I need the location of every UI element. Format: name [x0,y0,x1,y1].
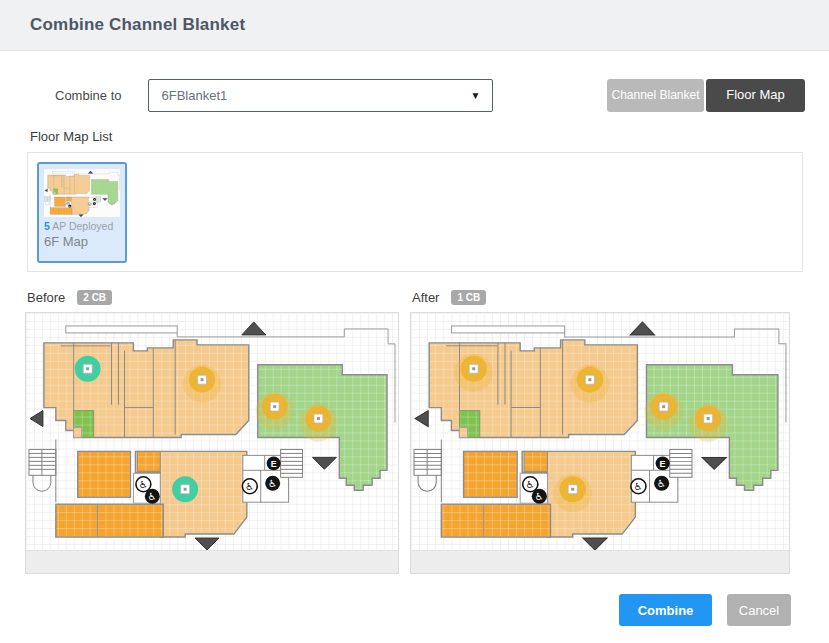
after-caption-row: After 1 CB [412,289,790,306]
after-floor-map [411,313,789,550]
ap-count: 5 [44,220,50,232]
ap-marker [75,356,101,382]
dialog-header: Combine Channel Blanket [0,0,829,51]
before-label: Before [27,290,65,305]
ap-marker [300,404,338,442]
floor-map-card-6f[interactable]: 5 AP Deployed 6F Map [37,162,127,263]
dropdown-selected-value: 6FBlanket1 [161,88,227,103]
after-cb-badge: 1 CB [451,290,486,305]
ap-marker [644,392,682,430]
before-map-scroll-track [26,550,398,573]
before-floor-map [26,313,398,550]
ap-marker [454,354,492,392]
ap-marker [554,474,592,512]
floor-map-list-panel: 5 AP Deployed 6F Map [27,152,803,272]
after-map-viewport [410,312,790,574]
floor-map-name: 6F Map [44,234,120,249]
before-map-viewport [25,312,399,574]
before-column: Before 2 CB [25,289,399,574]
after-map-scroll-track [411,550,789,573]
after-column: After 1 CB [410,289,790,574]
tab-floor-map[interactable]: Floor Map [706,79,805,112]
page-title: Combine Channel Blanket [30,15,245,35]
combine-button[interactable]: Combine [619,594,712,626]
after-label: After [412,290,439,305]
ap-marker [571,365,609,403]
combine-to-label: Combine to [55,88,121,103]
chevron-down-icon: ▼ [471,90,481,101]
dialog-actions: Combine Cancel [0,594,791,626]
ap-marker [172,476,198,502]
floor-map-list-label: Floor Map List [30,129,829,144]
before-caption-row: Before 2 CB [27,289,399,306]
cancel-button[interactable]: Cancel [727,594,791,626]
combine-to-row: Combine to 6FBlanket1 ▼ Channel Blanket … [0,79,805,112]
blanket-select-dropdown[interactable]: 6FBlanket1 ▼ [148,79,493,112]
ap-marker [183,365,221,403]
before-cb-badge: 2 CB [77,290,112,305]
ap-marker [689,404,727,442]
tab-channel-blanket[interactable]: Channel Blanket [607,79,704,112]
ap-count-label: AP Deployed [52,220,113,232]
floor-map-thumbnail [44,169,120,217]
ap-deployed-line: 5 AP Deployed [44,220,120,232]
comparison-section: Before 2 CB After 1 CB [25,289,829,574]
view-toggle-group: Channel Blanket Floor Map [607,79,805,112]
ap-marker [256,392,294,430]
